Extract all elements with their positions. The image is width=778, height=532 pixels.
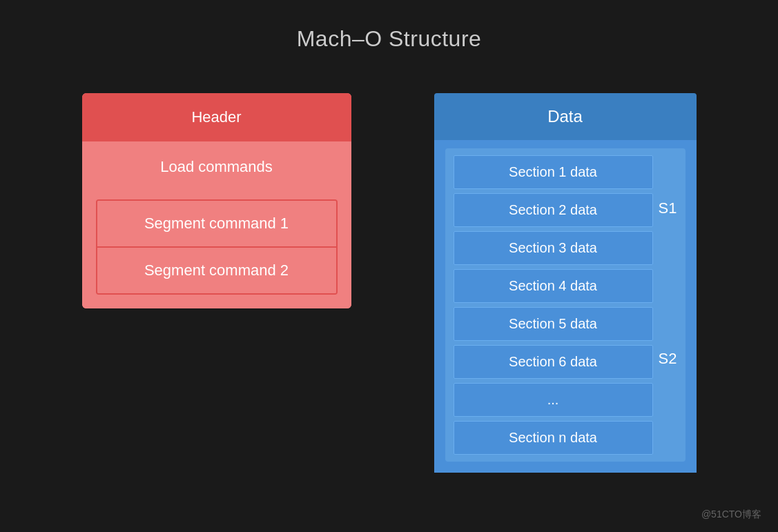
label-s2: S2: [659, 263, 677, 455]
right-box: Data Section 1 data Section 2 data Secti…: [434, 93, 697, 473]
section-3: Section 3 data: [454, 231, 653, 265]
section-n: Section n data: [454, 421, 653, 455]
section-5: Section 5 data: [454, 307, 653, 341]
load-commands-block: Load commands: [82, 141, 351, 193]
left-box: Header Load commands Segment command 1 S…: [82, 93, 351, 308]
diagram-container: Header Load commands Segment command 1 S…: [0, 93, 778, 473]
sections-with-labels: Section 1 data Section 2 data Section 3 …: [454, 155, 677, 455]
watermark: @51CTO博客: [701, 509, 761, 521]
section-ellipsis: ...: [454, 383, 653, 417]
label-s1: S1: [659, 155, 677, 261]
segment-commands-wrapper: Segment command 1 Segment command 2: [82, 193, 351, 308]
segment-command-1: Segment command 1: [97, 201, 336, 246]
page-title: Mach–O Structure: [0, 0, 778, 52]
segment-commands-inner: Segment command 1 Segment command 2: [96, 199, 338, 295]
sections-col: Section 1 data Section 2 data Section 3 …: [454, 155, 653, 455]
s1-text: S1: [659, 199, 677, 217]
right-labels: S1 S2: [653, 155, 677, 455]
section-6: Section 6 data: [454, 345, 653, 379]
segment-command-2: Segment command 2: [97, 246, 336, 293]
sections-outer: Section 1 data Section 2 data Section 3 …: [445, 148, 685, 462]
s2-text: S2: [659, 350, 677, 368]
section-4: Section 4 data: [454, 269, 653, 303]
data-header: Data: [434, 93, 697, 140]
header-block: Header: [82, 93, 351, 141]
section-1: Section 1 data: [454, 155, 653, 189]
section-2: Section 2 data: [454, 193, 653, 227]
data-content: Section 1 data Section 2 data Section 3 …: [434, 140, 697, 473]
